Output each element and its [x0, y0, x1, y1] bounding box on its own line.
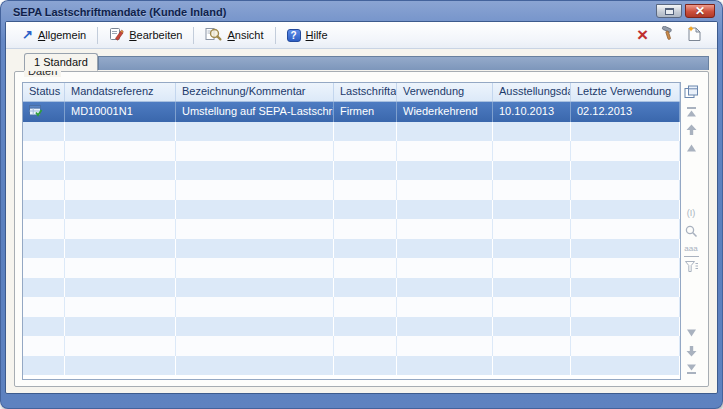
empty-cell [176, 258, 334, 278]
content-area: 1 Standard Daten Status Mandatsreferenz … [6, 49, 717, 393]
menu-toolbar: ↗ Allgemein Bearbeiten Ansicht ? Hilfe [6, 22, 717, 49]
table-header: Status Mandatsreferenz Bezeichnung/Komme… [23, 83, 680, 102]
table-row-empty[interactable] [23, 356, 680, 376]
window-controls: ✕ [656, 4, 715, 18]
table-row-empty[interactable] [23, 317, 680, 337]
menu-hilfe[interactable]: ? Hilfe [279, 27, 336, 44]
search-icon[interactable] [684, 224, 699, 239]
empty-cell [23, 297, 65, 317]
table-row-empty[interactable] [23, 297, 680, 317]
empty-cell [176, 122, 334, 142]
column-header-verwendung[interactable]: Verwendung [397, 83, 493, 101]
column-header-letzte-verwendung[interactable]: Letzte Verwendung [571, 83, 680, 101]
empty-cell [493, 180, 571, 200]
empty-cell [334, 297, 397, 317]
column-header-status[interactable]: Status [23, 83, 65, 101]
grid-tools-group: (I) aaa [684, 206, 699, 275]
scroll-up-group [684, 104, 699, 155]
table-row-empty[interactable] [23, 200, 680, 220]
empty-cell [571, 219, 680, 239]
empty-cell [571, 258, 680, 278]
empty-cell [571, 297, 680, 317]
cell-bezeichnung: Umstellung auf SEPA-Lastschrift [176, 102, 334, 122]
table-row-empty[interactable] [23, 336, 680, 356]
empty-cell [334, 336, 397, 356]
close-button[interactable]: ✕ [685, 4, 715, 18]
empty-cell [493, 336, 571, 356]
empty-cell [334, 278, 397, 298]
empty-cell [397, 161, 493, 181]
empty-cell [23, 239, 65, 259]
edit-note-icon [109, 27, 124, 43]
filter-icon[interactable] [684, 260, 699, 275]
table-row-empty[interactable] [23, 161, 680, 181]
table-row-selected[interactable]: MD10001N1 Umstellung auf SEPA-Lastschrif… [23, 102, 680, 122]
empty-cell [397, 122, 493, 142]
table-row-empty[interactable] [23, 219, 680, 239]
cell-mandatsreferenz: MD10001N1 [65, 102, 176, 122]
table-row-empty[interactable] [23, 180, 680, 200]
app-window: SEPA Lastschriftmandate (Kunde Inland) ✕… [0, 0, 723, 409]
table-row-empty[interactable] [23, 258, 680, 278]
new-document-button[interactable] [687, 26, 701, 45]
empty-cell [397, 356, 493, 376]
menu-bearbeiten-label: Bearbeiten [129, 29, 182, 41]
empty-cell [493, 161, 571, 181]
empty-cell [493, 200, 571, 220]
toolbar-separator [193, 27, 194, 44]
empty-cell [176, 141, 334, 161]
tab-standard[interactable]: 1 Standard [24, 53, 98, 71]
column-width-icon[interactable]: (I) [684, 206, 699, 221]
abc-text-icon[interactable]: aaa [684, 242, 699, 257]
empty-cell [571, 239, 680, 259]
scroll-to-bottom-icon[interactable] [684, 361, 699, 376]
empty-cell [334, 141, 397, 161]
empty-cell [334, 356, 397, 376]
empty-cell [176, 278, 334, 298]
daten-groupbox: Daten Status Mandatsreferenz Bezeichnung… [14, 71, 709, 387]
down-triangle-icon[interactable] [684, 325, 699, 340]
empty-cell [493, 317, 571, 337]
empty-cell [23, 278, 65, 298]
empty-cell [397, 278, 493, 298]
up-triangle-icon[interactable] [684, 140, 699, 155]
empty-cell [493, 141, 571, 161]
table-row-empty[interactable] [23, 278, 680, 298]
column-header-bezeichnung[interactable]: Bezeichnung/Kommentar [176, 83, 334, 101]
column-header-ausstellungsdatum[interactable]: Ausstellungsdatum [493, 83, 571, 101]
menu-allgemein[interactable]: ↗ Allgemein [14, 27, 94, 43]
empty-cell [65, 356, 176, 376]
empty-cell [334, 317, 397, 337]
empty-cell [176, 161, 334, 181]
empty-cell [23, 219, 65, 239]
move-up-icon[interactable] [684, 122, 699, 137]
grid-wrapper: Status Mandatsreferenz Bezeichnung/Komme… [22, 82, 701, 380]
column-header-mandatsreferenz[interactable]: Mandatsreferenz [65, 83, 176, 101]
empty-cell [493, 297, 571, 317]
move-down-icon[interactable] [684, 343, 699, 358]
empty-cell [571, 200, 680, 220]
column-header-lastschriftart[interactable]: Lastschriftart [334, 83, 397, 101]
menu-bearbeiten[interactable]: Bearbeiten [101, 25, 190, 45]
empty-cell [571, 141, 680, 161]
titlebar: SEPA Lastschriftmandate (Kunde Inland) ✕ [5, 0, 718, 21]
restore-button[interactable] [656, 4, 682, 18]
empty-cell [176, 297, 334, 317]
empty-cell [397, 239, 493, 259]
menu-ansicht[interactable]: Ansicht [197, 25, 271, 45]
empty-cell [65, 278, 176, 298]
empty-cell [493, 278, 571, 298]
copy-rows-icon[interactable] [684, 84, 699, 99]
empty-cell [65, 161, 176, 181]
window-title: SEPA Lastschriftmandate (Kunde Inland) [13, 6, 656, 18]
empty-cell [397, 180, 493, 200]
tools-hammer-button[interactable] [660, 26, 675, 45]
table-row-empty[interactable] [23, 141, 680, 161]
empty-cell [23, 258, 65, 278]
delete-record-button[interactable]: × [637, 28, 648, 42]
empty-cell [65, 180, 176, 200]
empty-cell [493, 219, 571, 239]
table-row-empty[interactable] [23, 239, 680, 259]
table-row-empty[interactable] [23, 122, 680, 142]
scroll-to-top-icon[interactable] [684, 104, 699, 119]
